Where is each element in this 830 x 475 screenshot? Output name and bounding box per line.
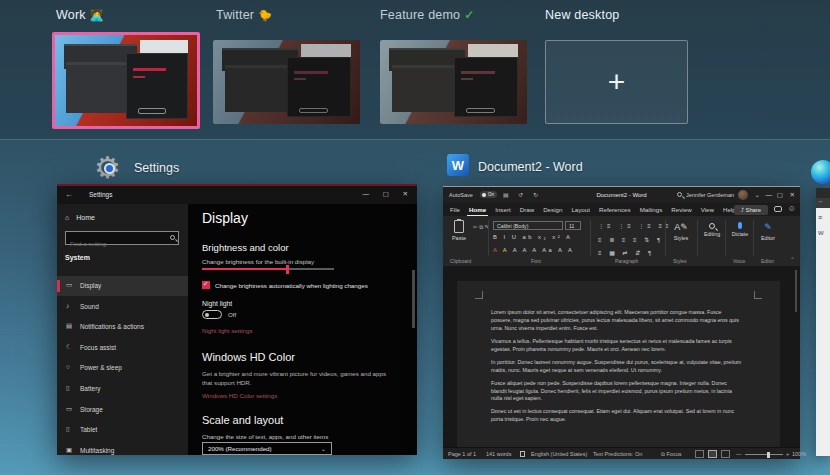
tab-mailings[interactable]: Mailings: [640, 206, 663, 213]
sidebar-item-home[interactable]: ⌂Home: [65, 214, 95, 221]
scale-dropdown[interactable]: 200% (Recommended): [202, 442, 332, 455]
clipboard-icon: [454, 220, 464, 233]
settings-search-box[interactable]: [65, 231, 179, 245]
tab-view[interactable]: View: [701, 206, 714, 213]
edge-window-partial[interactable]: ← ≡ W: [816, 188, 830, 456]
settings-scrollbar[interactable]: [412, 270, 415, 328]
avatar[interactable]: [738, 190, 748, 200]
word-count[interactable]: 141 words: [486, 451, 511, 457]
document-page[interactable]: Lorem ipsum dolor sit amet, consectetuer…: [457, 281, 780, 447]
sidebar-item-display[interactable]: ▭ Display: [57, 276, 188, 296]
document-area[interactable]: Lorem ipsum dolor sit amet, consectetuer…: [443, 266, 800, 447]
document-text[interactable]: Lorem ipsum dolor sit amet, consectetuer…: [491, 309, 743, 429]
hamburger-menu-icon[interactable]: ≡: [818, 214, 822, 221]
sidebar-item-battery[interactable]: ▯ Battery: [57, 379, 188, 399]
account-name[interactable]: Jennifer Gentleman: [686, 192, 734, 198]
close-button[interactable]: ✕: [790, 191, 795, 199]
settings-window-label[interactable]: Settings: [134, 161, 179, 175]
plus-icon: +: [546, 41, 687, 123]
word-window[interactable]: AutoSave On ▤ ↺ ↻ Document2 - Word Jenni…: [443, 186, 800, 459]
desktop-label-twitter[interactable]: Twitter🐤: [216, 8, 272, 22]
zoom-in-button[interactable]: +: [786, 451, 789, 457]
desktop-label-work[interactable]: Work👩‍💻: [56, 8, 104, 22]
comments-icon[interactable]: [774, 206, 782, 212]
focus-mode[interactable]: ⧉ Focus: [661, 451, 681, 458]
desktop-label-feature-demo[interactable]: Feature demo✓: [380, 8, 475, 22]
maximize-button[interactable]: ▢: [777, 191, 783, 199]
edge-back-icon[interactable]: ←: [818, 198, 824, 204]
paragraph-list-icons[interactable]: ⋮≡ ⋮≡ ⋮≡ ≡≡: [598, 222, 672, 229]
group-label-editor: Editor: [761, 258, 774, 264]
maximize-button[interactable]: ▢: [383, 190, 389, 198]
paragraph-shading-icons[interactable]: ≡ ▦ ⇄ ⇵ ¶: [598, 249, 654, 256]
document-scrollbar[interactable]: [795, 270, 797, 312]
share-button[interactable]: ⤴ Share: [734, 205, 768, 215]
proofing-icon[interactable]: [520, 451, 525, 457]
minimize-button[interactable]: —: [363, 190, 370, 197]
clipboard-small-icons[interactable]: ✂ ⧉ ✎: [473, 222, 489, 232]
desktop-thumbnail-work[interactable]: [52, 32, 200, 129]
font-format-row[interactable]: B I U ab x₂ x² A: [493, 234, 572, 240]
font-color-icon[interactable]: A: [493, 247, 499, 253]
desktop-thumbnail-feature-demo[interactable]: [380, 40, 527, 124]
auto-brightness-checkbox[interactable]: [202, 281, 210, 289]
settings-titlebar[interactable]: ← Settings — ▢ ✕: [57, 186, 417, 204]
text-predictions[interactable]: Text Predictions: On: [593, 451, 642, 457]
editing-button[interactable]: Editing: [699, 221, 725, 237]
sidebar-item-multitasking[interactable]: ▣ Multitasking: [57, 441, 188, 461]
word-titlebar[interactable]: AutoSave On ▤ ↺ ↻ Document2 - Word Jenni…: [443, 187, 800, 203]
dictate-button[interactable]: Dictate: [727, 221, 753, 237]
zoom-out-button[interactable]: —: [736, 451, 742, 457]
close-button[interactable]: ✕: [403, 190, 408, 198]
highlight-icon[interactable]: A: [503, 247, 509, 253]
tab-design[interactable]: Design: [543, 206, 562, 213]
editor-button[interactable]: ✎ Editor: [755, 221, 781, 241]
focus-icon: ⧉: [661, 451, 665, 457]
search-input[interactable]: [66, 238, 178, 250]
tab-home[interactable]: Home: [469, 206, 486, 213]
new-desktop-button[interactable]: +: [545, 40, 688, 124]
settings-window[interactable]: ← Settings — ▢ ✕ ⌂Home System ▭ Display …: [57, 184, 417, 455]
sidebar-item-focus-assist[interactable]: ☾ Focus assist: [57, 338, 188, 358]
read-mode-icon[interactable]: [695, 450, 704, 458]
tab-layout[interactable]: Layout: [571, 206, 590, 213]
font-color-row[interactable]: A A A A A Aa A A: [493, 247, 574, 253]
sidebar-item-power-sleep[interactable]: ○ Power & sleep: [57, 358, 188, 378]
search-icon[interactable]: [677, 192, 682, 197]
brightness-slider[interactable]: [202, 268, 334, 270]
ribbon-options-icon[interactable]: ⌄: [755, 191, 760, 199]
tab-draw[interactable]: Draw: [520, 206, 534, 213]
slider-thumb[interactable]: [286, 265, 289, 274]
tab-references[interactable]: References: [599, 206, 631, 213]
word-window-label[interactable]: Document2 - Word: [478, 160, 583, 174]
paragraph-align-icons[interactable]: ≡ ≣ ≡ ≡ ⇅ ¶: [598, 236, 663, 243]
hd-color-settings-link[interactable]: Windows HD Color settings: [202, 392, 277, 399]
desktop-label-new[interactable]: New desktop: [545, 8, 619, 22]
paste-button[interactable]: Paste: [447, 220, 471, 241]
web-layout-icon[interactable]: [721, 450, 730, 458]
word-status-bar: Page 1 of 1 141 words English (United St…: [443, 447, 800, 459]
zoom-level[interactable]: 100%: [792, 451, 806, 457]
font-size-select[interactable]: 11: [565, 221, 581, 230]
tab-review[interactable]: Review: [671, 206, 691, 213]
zoom-slider-thumb[interactable]: [767, 452, 770, 458]
sidebar-item-sound[interactable]: ♪ Sound: [57, 297, 188, 317]
language-indicator[interactable]: English (United States): [531, 451, 587, 457]
sidebar-item-tablet[interactable]: ▯ Tablet: [57, 420, 188, 440]
back-arrow-icon[interactable]: ←: [65, 190, 73, 199]
styles-button[interactable]: A✎ Styles: [668, 221, 694, 241]
feedback-smiley-icon[interactable]: ☺: [788, 204, 796, 213]
sidebar-item-storage[interactable]: ▭ Storage: [57, 400, 188, 420]
night-light-toggle[interactable]: [202, 310, 222, 319]
tab-insert[interactable]: Insert: [495, 206, 510, 213]
tab-file[interactable]: File: [450, 206, 460, 213]
page-indicator[interactable]: Page 1 of 1: [448, 451, 476, 457]
night-light-settings-link[interactable]: Night light settings: [202, 327, 253, 334]
minimize-button[interactable]: —: [766, 191, 773, 198]
desktop-thumbnail-twitter[interactable]: [213, 40, 360, 124]
font-name-select[interactable]: Calibri (Body): [493, 221, 563, 230]
collapse-ribbon-icon[interactable]: ⌃: [790, 256, 795, 263]
sidebar-item-notifications[interactable]: ▤ Notifications & actions: [57, 317, 188, 337]
print-layout-icon[interactable]: [708, 450, 717, 458]
zoom-slider[interactable]: [745, 454, 783, 455]
